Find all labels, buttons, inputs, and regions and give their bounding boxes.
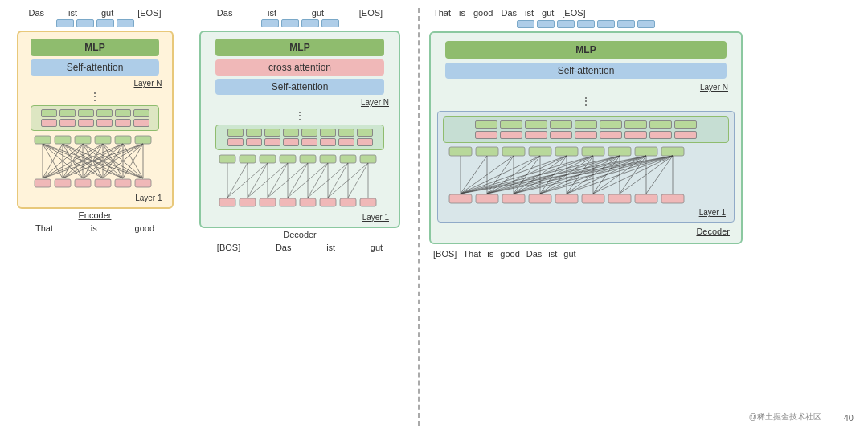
right-mlp: MLP bbox=[445, 41, 727, 59]
svg-line-95 bbox=[461, 156, 487, 194]
svg-rect-145 bbox=[608, 194, 631, 203]
rg6 bbox=[600, 120, 622, 129]
token-gut: gut bbox=[101, 8, 113, 18]
encoder-attention-svg bbox=[27, 134, 163, 190]
encoder-layer-1: Layer 1 bbox=[135, 194, 162, 202]
dp3 bbox=[264, 138, 280, 146]
right-attn-svg bbox=[445, 145, 727, 206]
svg-rect-45 bbox=[95, 179, 111, 187]
svg-rect-3 bbox=[95, 136, 111, 144]
rt-ist: ist bbox=[525, 8, 534, 18]
encoder-layer-n: Layer N bbox=[133, 79, 162, 88]
enc-g-b6 bbox=[133, 109, 149, 117]
dec-green-top bbox=[227, 129, 373, 137]
rp4 bbox=[550, 131, 572, 139]
decoder-attn-svg bbox=[215, 153, 384, 210]
decoder-dots: ⋮ bbox=[294, 110, 305, 121]
dg7 bbox=[338, 129, 354, 137]
encoder-self-attn: Self-attention bbox=[31, 59, 159, 76]
r-out-7 bbox=[637, 20, 655, 28]
decoder-cross-attn-diagram: Das ist gut [EOS] MLP cross attention Se… bbox=[191, 8, 408, 429]
svg-rect-84 bbox=[360, 198, 376, 206]
encoder-diagram: Das ist gut [EOS] MLP Self-attention Lay… bbox=[6, 8, 183, 429]
enc-g-b3 bbox=[78, 109, 94, 117]
rt-das: Das bbox=[501, 8, 517, 18]
enc-tok-that: That bbox=[35, 223, 53, 233]
dec-out-2 bbox=[281, 19, 299, 27]
svg-rect-147 bbox=[661, 194, 684, 203]
svg-rect-93 bbox=[661, 147, 684, 156]
dg1 bbox=[227, 129, 244, 137]
r-bt-good: good bbox=[500, 249, 519, 259]
enc-p-b5 bbox=[115, 119, 131, 127]
dec-tok-das: Das bbox=[217, 8, 233, 18]
svg-line-69 bbox=[308, 163, 328, 198]
r-bt-that: That bbox=[463, 249, 481, 259]
r-out-3 bbox=[557, 20, 575, 28]
dec-out-4 bbox=[321, 19, 339, 27]
encoder-green-layer bbox=[31, 105, 159, 131]
enc-tok-good: good bbox=[135, 223, 154, 233]
svg-rect-44 bbox=[75, 179, 91, 187]
svg-rect-42 bbox=[35, 179, 51, 187]
svg-rect-90 bbox=[582, 147, 604, 156]
decoder-label: Decoder bbox=[283, 230, 317, 239]
dec-bt-ist: ist bbox=[326, 243, 335, 252]
svg-rect-81 bbox=[300, 198, 316, 206]
r-bt-ist: ist bbox=[548, 249, 557, 259]
svg-line-131 bbox=[487, 156, 673, 194]
rp2 bbox=[500, 131, 522, 139]
encoder-green-bottom-blocks bbox=[41, 119, 149, 127]
token-eos: [EOS] bbox=[137, 8, 161, 18]
decoder-green-layer bbox=[215, 125, 384, 150]
rg3 bbox=[525, 120, 547, 129]
rg4 bbox=[550, 120, 572, 129]
svg-rect-140 bbox=[476, 194, 498, 203]
svg-rect-2 bbox=[75, 136, 91, 144]
svg-rect-46 bbox=[115, 179, 131, 187]
r-out-5 bbox=[597, 20, 615, 28]
encoder-dots: ⋮ bbox=[89, 91, 100, 102]
svg-line-63 bbox=[268, 163, 288, 198]
svg-rect-89 bbox=[555, 147, 578, 156]
rg-top bbox=[475, 120, 697, 129]
right-layer-1: Layer 1 bbox=[699, 208, 726, 217]
decoder-layer-1: Layer 1 bbox=[362, 213, 389, 222]
svg-rect-92 bbox=[635, 147, 657, 156]
enc-p-b3 bbox=[78, 119, 94, 127]
rg2 bbox=[500, 120, 522, 129]
r-out-4 bbox=[577, 20, 595, 28]
svg-rect-139 bbox=[449, 194, 472, 203]
encoder-top-tokens: Das ist gut [EOS] bbox=[17, 8, 174, 18]
svg-rect-0 bbox=[35, 136, 51, 144]
encoder-bottom-tokens: That is good bbox=[17, 223, 174, 233]
svg-rect-91 bbox=[608, 147, 631, 156]
rp5 bbox=[575, 131, 597, 139]
dg8 bbox=[357, 129, 373, 137]
svg-rect-80 bbox=[280, 198, 296, 206]
decoder-cross-attn: cross attention bbox=[215, 59, 384, 76]
svg-rect-88 bbox=[529, 147, 551, 156]
enc-p-b4 bbox=[96, 119, 113, 127]
dp7 bbox=[338, 138, 354, 146]
dg4 bbox=[283, 129, 299, 137]
right-bottom-tokens: [BOS] That is good Das ist gut bbox=[429, 249, 576, 259]
rt-is: is bbox=[459, 8, 465, 18]
enc-g-b1 bbox=[41, 109, 57, 117]
dec-tok-ist: ist bbox=[268, 8, 276, 18]
token-ist: ist bbox=[68, 8, 77, 18]
right-self-attn: Self-attention bbox=[445, 63, 727, 79]
enc-g-b2 bbox=[59, 109, 76, 117]
svg-rect-51 bbox=[280, 155, 296, 163]
rt-good: good bbox=[473, 8, 493, 18]
svg-line-122 bbox=[461, 156, 646, 194]
svg-rect-55 bbox=[360, 155, 376, 163]
svg-rect-142 bbox=[529, 194, 551, 203]
enc-tok-is: is bbox=[91, 223, 97, 233]
right-inner-box: Layer 1 bbox=[437, 111, 735, 223]
rt-eos: [EOS] bbox=[562, 8, 585, 18]
dec-tok-eos: [EOS] bbox=[359, 8, 383, 18]
svg-line-60 bbox=[248, 163, 268, 198]
rg7 bbox=[624, 120, 647, 129]
dp5 bbox=[301, 138, 317, 146]
